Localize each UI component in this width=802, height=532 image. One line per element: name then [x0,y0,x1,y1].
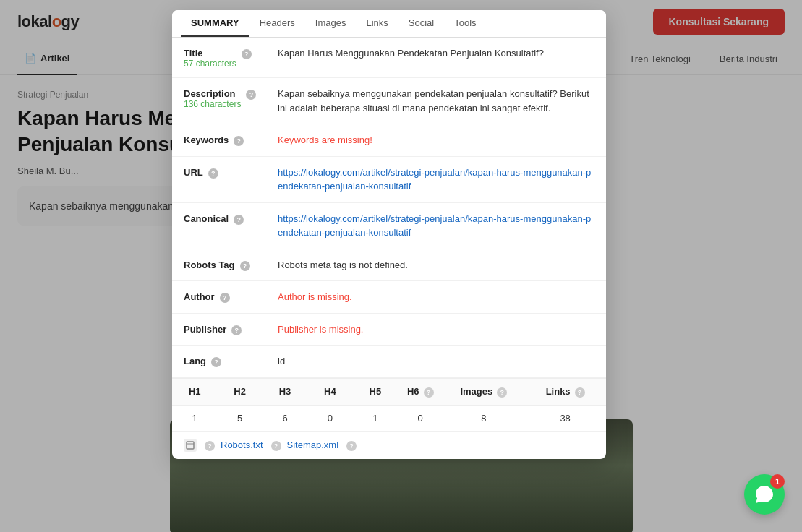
label-lang: Lang ? [184,354,278,367]
headers-table-values: 1 5 6 0 1 0 8 38 [172,406,606,432]
row-robots-tag: Robots Tag ? Robots meta tag is not defi… [172,249,606,282]
td-h1: 1 [172,406,217,431]
robots-txt-label: Robots.txt [221,439,263,450]
help-icon-lang[interactable]: ? [211,357,221,367]
row-title: Title 57 characters ? Kapan Harus Menggu… [172,38,606,78]
modal-body: Title 57 characters ? Kapan Harus Menggu… [172,38,606,459]
modal-tabs: SUMMARY Headers Images Links Social Tool… [172,10,606,38]
sitemap-xml-link[interactable]: Sitemap.xml [287,439,339,450]
help-icon-robots[interactable]: ? [271,441,281,451]
help-icon-keywords[interactable]: ? [234,136,244,146]
help-icon-images[interactable]: ? [497,387,507,398]
value-keywords: Keywords are missing! [278,133,594,147]
th-h6: H6 ? [398,379,443,405]
chat-bubble[interactable]: 1 [744,474,785,515]
tab-tools[interactable]: Tools [444,10,486,37]
value-publisher: Publisher is missing. [278,322,594,337]
label-publisher: Publisher ? [184,322,278,335]
value-url: https://lokalogy.com/artikel/strategi-pe… [278,166,594,194]
help-icon-robots-tag[interactable]: ? [240,261,250,271]
tab-links[interactable]: Links [356,10,398,37]
row-lang: Lang ? id [172,346,606,378]
svg-rect-0 [187,442,194,449]
value-lang: id [278,354,594,369]
th-h5: H5 [353,379,398,405]
value-author: Author is missing. [278,290,594,304]
row-author: Author ? Author is missing. [172,281,606,314]
td-links: 38 [524,406,606,431]
help-icon-title[interactable]: ? [242,49,252,59]
row-url: URL ? https://lokalogy.com/artikel/strat… [172,157,606,203]
td-h3: 6 [263,406,307,431]
td-images: 8 [443,406,524,431]
value-description: Kapan sebaiknya menggunakan pendekatan p… [278,87,594,115]
help-icon-links[interactable]: ? [575,387,585,398]
td-h6: 0 [398,406,443,431]
headers-table: H1 H2 H3 H4 H5 H6 ? Images ? Links ? 1 5… [172,378,606,432]
td-h2: 5 [217,406,262,431]
th-h2: H2 [217,379,262,405]
label-keywords: Keywords ? [184,133,278,146]
label-description: Description 136 characters ? [184,87,278,109]
label-title: Title 57 characters ? [184,46,278,69]
tab-summary[interactable]: SUMMARY [181,10,249,37]
row-description: Description 136 characters ? Kapan sebai… [172,78,606,124]
label-robots-tag: Robots Tag ? [184,258,278,271]
help-icon-canonical[interactable]: ? [234,215,244,225]
help-icon-url[interactable]: ? [208,168,218,179]
robots-txt-link[interactable]: Robots.txt [221,439,263,450]
td-h5: 1 [353,406,398,431]
th-h3: H3 [263,379,307,405]
row-keywords: Keywords ? Keywords are missing! [172,124,606,157]
help-icon-h6[interactable]: ? [424,387,434,398]
footer-row: ? Robots.txt ? Sitemap.xml ? [172,432,606,459]
th-links: Links ? [524,379,606,405]
th-h4: H4 [307,379,352,405]
sitemap-icon [184,439,197,452]
headers-table-header: H1 H2 H3 H4 H5 H6 ? Images ? Links ? [172,379,606,406]
td-h4: 0 [307,406,352,431]
chat-badge: 1 [770,474,785,489]
seo-modal: SUMMARY Headers Images Links Social Tool… [172,10,606,459]
value-title: Kapan Harus Menggunakan Pendekatan Penju… [278,46,594,61]
label-author: Author ? [184,290,278,303]
sitemap-xml-label: Sitemap.xml [287,439,339,450]
value-canonical: https://lokalogy.com/artikel/strategi-pe… [278,212,594,240]
tab-headers[interactable]: Headers [249,10,305,37]
th-images: Images ? [443,379,524,405]
tab-images[interactable]: Images [305,10,357,37]
tab-social[interactable]: Social [398,10,444,37]
row-publisher: Publisher ? Publisher is missing. [172,314,606,346]
row-canonical: Canonical ? https://lokalogy.com/artikel… [172,203,606,249]
value-robots-tag: Robots meta tag is not defined. [278,258,594,273]
label-canonical: Canonical ? [184,212,278,225]
th-h1: H1 [172,379,217,405]
label-url: URL ? [184,166,278,179]
help-icon-sitemap-xml[interactable]: ? [346,441,357,451]
help-icon-sitemap[interactable]: ? [205,441,215,451]
help-icon-publisher[interactable]: ? [231,325,242,335]
help-icon-author[interactable]: ? [220,293,230,303]
help-icon-description[interactable]: ? [246,90,256,100]
